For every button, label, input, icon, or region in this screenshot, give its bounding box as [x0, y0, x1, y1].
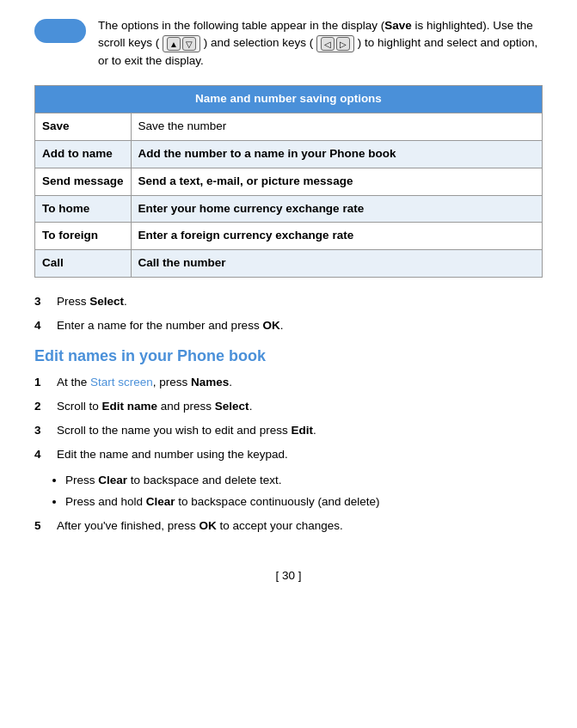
step-4-before: 4 Enter a name for the number and press … — [34, 317, 543, 334]
step-3-text: Scroll to the name you wish to edit and … — [57, 422, 316, 439]
step-3-text: Press Select. — [57, 293, 127, 310]
step-2-text: Scroll to Edit name and press Select. — [57, 398, 252, 415]
table-cell-desc-3: Send a text, e-mail, or picture message — [131, 168, 542, 195]
bullet-list: Press Clear to backspace and delete text… — [65, 471, 543, 512]
table-cell-desc-6-bold: Call the number — [138, 256, 226, 269]
section-heading: Edit names in your Phone book — [34, 347, 543, 365]
step-4: 4 Edit the name and number using the key… — [34, 446, 543, 463]
right-arrow-icon: ▷ — [336, 37, 350, 51]
options-table: Name and number saving options Save Save… — [34, 85, 543, 278]
table-row: Call Call the number — [35, 250, 543, 278]
table-cell-desc-5: Enter a foreign currency exchange rate — [131, 223, 542, 250]
step-4-text: Edit the name and number using the keypa… — [57, 446, 288, 463]
table-cell-name-2: Add to name — [35, 140, 132, 168]
table-row: Send message Send a text, e-mail, or pic… — [35, 168, 543, 195]
table-row: Add to name Add the number to a name in … — [35, 140, 543, 168]
step-3: 3 Scroll to the name you wish to edit an… — [34, 422, 543, 439]
table-cell-desc-4-bold: Enter your home currency exchange rate — [138, 202, 365, 215]
up-arrow-icon: ▲ — [167, 37, 181, 51]
table-header: Name and number saving options — [35, 85, 543, 113]
table-cell-name-1: Save — [35, 113, 132, 140]
selection-keys: ◁ ▷ — [316, 35, 354, 52]
start-screen-link[interactable]: Start screen — [90, 376, 153, 388]
step-number-3b: 3 — [34, 422, 52, 439]
step-2: 2 Scroll to Edit name and press Select. — [34, 398, 543, 415]
step-number-3: 3 — [34, 293, 52, 310]
table-row: Save Save the number — [35, 113, 543, 140]
table-cell-desc-6: Call the number — [131, 250, 542, 278]
table-cell-name-5: To foreign — [35, 223, 132, 250]
page-container: The options in the following table appea… — [0, 0, 577, 608]
step-1: 1 At the Start screen, press Names. — [34, 374, 543, 391]
step-number-5: 5 — [34, 517, 52, 535]
table-cell-name-4: To home — [35, 195, 132, 223]
intro-text: The options in the following table appea… — [98, 17, 543, 70]
table-cell-name-6: Call — [35, 250, 132, 278]
left-arrow-icon: ◁ — [321, 37, 335, 51]
blue-button[interactable] — [34, 19, 86, 43]
table-row: To home Enter your home currency exchang… — [35, 195, 543, 223]
scroll-keys-up-down: ▲ ▽ — [163, 35, 200, 52]
page-footer: [ 30 ] — [34, 569, 543, 582]
intro-section: The options in the following table appea… — [34, 17, 543, 70]
step-4-text: Enter a name for the number and press OK… — [57, 317, 283, 334]
table-cell-desc-3-bold: Send a text, e-mail, or picture message — [138, 174, 353, 187]
table-cell-desc-2: Add the number to a name in your Phone b… — [131, 140, 542, 168]
step-number-1: 1 — [34, 374, 52, 391]
bullet-item-1: Press Clear to backspace and delete text… — [65, 471, 543, 491]
step-number-2: 2 — [34, 398, 52, 415]
table-cell-desc-5-bold: Enter a foreign currency exchange rate — [138, 229, 354, 242]
step-number-4b: 4 — [34, 446, 52, 463]
table-cell-desc-1: Save the number — [131, 113, 542, 140]
table-cell-desc-4: Enter your home currency exchange rate — [131, 195, 542, 223]
step-5-text: After you've finished, press OK to accep… — [57, 517, 343, 535]
step-1-text: At the Start screen, press Names. — [57, 374, 232, 391]
step-3-before: 3 Press Select. — [34, 293, 543, 310]
step-number-4: 4 — [34, 317, 52, 334]
down-arrow-icon: ▽ — [182, 37, 196, 51]
table-cell-name-3: Send message — [35, 168, 132, 195]
table-cell-desc-2-bold: Add the number to a name in your Phone b… — [138, 147, 396, 160]
step-5: 5 After you've finished, press OK to acc… — [34, 517, 543, 535]
bullet-item-2: Press and hold Clear to backspace contin… — [65, 492, 543, 512]
table-row: To foreign Enter a foreign currency exch… — [35, 223, 543, 250]
